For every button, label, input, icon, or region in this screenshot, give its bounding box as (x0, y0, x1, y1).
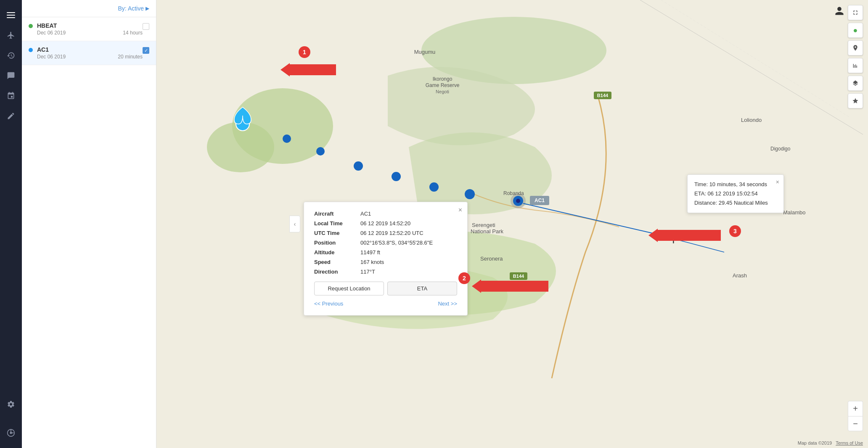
chat-icon[interactable] (3, 67, 19, 84)
menu-icon[interactable] (3, 7, 19, 24)
popup-row-position: Position 002°16'53.8"S, 034°55'28.6"E (314, 240, 457, 246)
hbeat-date: Dec 06 2019 (37, 30, 66, 36)
calendar-icon[interactable] (3, 87, 19, 104)
svg-rect-1 (7, 15, 15, 16)
left-navigation (0, 0, 22, 448)
ac1-name: AC1 (37, 46, 143, 53)
sidebar-panel: By: Active ▶ HBEAT Dec 06 2019 14 hours … (22, 0, 156, 448)
zoom-in-btn[interactable]: + (848, 401, 863, 416)
hbeat-meta: Dec 06 2019 14 hours (37, 30, 143, 36)
popup-label-position: Position (314, 240, 360, 246)
red-arrow-2 (472, 279, 548, 293)
popup-row-direction: Direction 117°T (314, 269, 457, 275)
svg-rect-0 (7, 12, 15, 13)
svg-point-17 (316, 147, 325, 155)
eta-tooltip: × Time: 10 minutes, 34 seconds ETA: 06 1… (687, 174, 784, 213)
eta-value: ETA: 06 12 2019 15:02:54 (694, 189, 777, 198)
svg-text:Seronera: Seronera (480, 256, 503, 262)
ac1-status-dot (29, 48, 33, 52)
svg-text:Arash: Arash (733, 272, 747, 279)
popup-label-utctime: UTC Time (314, 230, 360, 236)
hbeat-duration: 14 hours (123, 30, 143, 36)
svg-text:Robanda: Robanda (503, 190, 524, 196)
svg-point-21 (465, 189, 475, 199)
radar-icon[interactable] (3, 424, 19, 441)
eta-close-btn[interactable]: × (776, 177, 779, 187)
badge-1: 1 (299, 46, 310, 58)
svg-rect-2 (7, 17, 15, 18)
popup-row-localtime: Local Time 06 12 2019 14:52:20 (314, 220, 457, 227)
map-toolbar: ● (848, 5, 863, 108)
popup-value-altitude: 11497 ft (360, 249, 380, 256)
map-container[interactable]: B144 B144 Mugumu Ikorongo Game Reserve (156, 0, 868, 448)
edit-icon[interactable] (3, 108, 19, 124)
eta-btn[interactable]: ETA (387, 282, 457, 295)
gear-icon[interactable] (3, 396, 19, 413)
circle-icon-btn[interactable]: ● (848, 23, 863, 38)
popup-label-localtime: Local Time (314, 220, 360, 227)
next-btn[interactable]: Next >> (438, 300, 457, 307)
layers-btn[interactable] (848, 76, 863, 91)
hbeat-checkbox[interactable] (143, 23, 149, 30)
svg-text:Ikorongo: Ikorongo (433, 76, 453, 82)
svg-point-16 (283, 134, 291, 143)
popup-value-position: 002°16'53.8"S, 034°55'28.6"E (360, 240, 433, 246)
popup-row-utctime: UTC Time 06 12 2019 12:52:20 UTC (314, 230, 457, 236)
eta-distance: Distance: 29.45 Nautical Miles (694, 198, 777, 208)
zoom-controls: + − (848, 401, 863, 431)
asset-item-hbeat[interactable]: HBEAT Dec 06 2019 14 hours (22, 17, 156, 41)
popup-label-direction: Direction (314, 269, 360, 275)
bar-chart-btn[interactable] (848, 58, 863, 73)
asset-item-ac1[interactable]: AC1 Dec 06 2019 20 minutes (22, 41, 156, 65)
red-arrow-1 (281, 63, 336, 76)
popup-value-speed: 167 knots (360, 259, 384, 265)
popup-close-btn[interactable]: × (458, 206, 462, 214)
request-location-btn[interactable]: Request Location (314, 282, 384, 295)
svg-text:National Park: National Park (471, 228, 504, 235)
svg-text:AC1: AC1 (535, 198, 545, 203)
popup-label-speed: Speed (314, 259, 360, 265)
location-btn[interactable] (848, 40, 863, 55)
svg-text:Mugumu: Mugumu (414, 49, 436, 55)
star-btn[interactable] (848, 93, 863, 108)
popup-row-speed: Speed 167 knots (314, 259, 457, 265)
svg-text:Negoti: Negoti (436, 89, 449, 94)
svg-text:B144: B144 (513, 274, 524, 279)
svg-text:Game Reserve: Game Reserve (426, 82, 460, 88)
hbeat-name: HBEAT (37, 22, 143, 29)
aircraft-info-popup: × Aircraft AC1 Local Time 06 12 2019 14:… (304, 202, 468, 316)
popup-value-direction: 117°T (360, 269, 375, 275)
history-icon[interactable] (3, 47, 19, 64)
filter-bar[interactable]: By: Active ▶ (22, 0, 156, 17)
svg-text:Loliondo: Loliondo (741, 117, 762, 123)
map-attribution: Map data ©2019 Terms of Use (798, 440, 863, 445)
hbeat-status-dot (29, 24, 33, 28)
popup-row-altitude: Altitude 11497 ft (314, 249, 457, 256)
popup-row-aircraft: Aircraft AC1 (314, 211, 457, 217)
ac1-duration: 20 minutes (118, 54, 143, 60)
user-icon[interactable] (834, 6, 844, 18)
popup-label-aircraft: Aircraft (314, 211, 360, 217)
red-arrow-3 (648, 229, 721, 242)
popup-value-utctime: 06 12 2019 12:52:20 UTC (360, 230, 423, 236)
sidebar-collapse-btn[interactable]: ‹ (289, 216, 300, 232)
svg-text:Digodigo: Digodigo (770, 146, 791, 152)
hbeat-info: HBEAT Dec 06 2019 14 hours (37, 22, 143, 36)
ac1-date: Dec 06 2019 (37, 54, 66, 60)
svg-point-20 (429, 182, 439, 192)
ac1-info: AC1 Dec 06 2019 20 minutes (37, 46, 143, 60)
map-svg: B144 B144 Mugumu Ikorongo Game Reserve (156, 0, 868, 448)
zoom-out-btn[interactable]: − (848, 416, 863, 431)
svg-text:Serengeti: Serengeti (472, 222, 495, 228)
plane-icon[interactable] (3, 27, 19, 44)
fullscreen-btn[interactable] (848, 5, 863, 20)
prev-btn[interactable]: << Previous (314, 300, 343, 307)
filter-label[interactable]: By: Active ▶ (118, 5, 149, 12)
badge-2: 2 (458, 272, 470, 284)
ac1-checkbox[interactable] (143, 47, 149, 54)
filter-arrow-icon: ▶ (146, 5, 149, 11)
ac1-meta: Dec 06 2019 20 minutes (37, 54, 143, 60)
svg-point-19 (392, 172, 401, 181)
svg-point-24 (516, 199, 520, 203)
popup-navigation: << Previous Next >> (314, 300, 457, 307)
